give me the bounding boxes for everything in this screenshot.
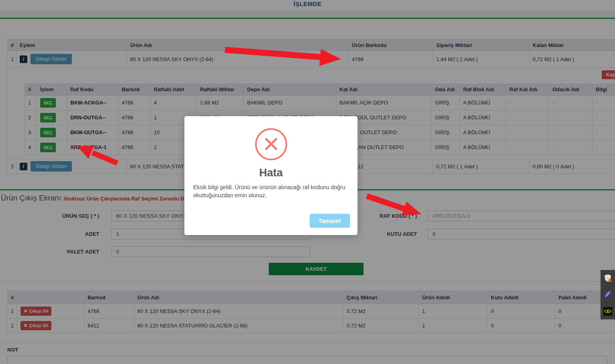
purple-feather-icon[interactable] [601,286,615,303]
green-eye-icon[interactable] [601,303,615,319]
security-shield-warning-icon[interactable] [601,270,615,286]
error-x-icon [255,128,287,160]
error-modal: Hata Eksik bilgi geldi. Ürünü ve ürünün … [184,116,358,235]
side-icon-toolbar [601,270,615,319]
confirm-button[interactable]: Tamam! [310,214,350,228]
modal-title: Hata [184,167,358,179]
modal-message: Eksik bilgi geldi. Ürünü ve ürünün alına… [193,183,352,200]
stock-exit-page: İŞLEMDE #EylemÜrün AdıÜrün BarkoduSipari… [0,0,615,364]
